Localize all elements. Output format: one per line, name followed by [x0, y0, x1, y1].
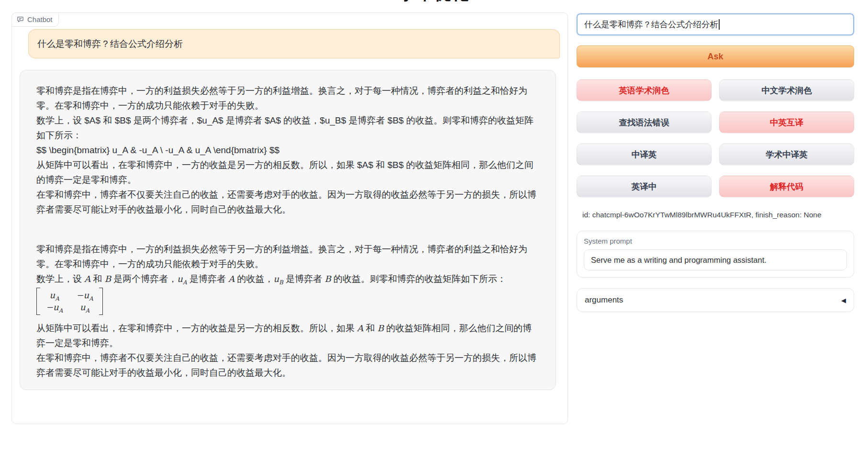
inline-math: uA — [50, 290, 59, 302]
message-block-gap — [36, 217, 539, 242]
user-message-row: 什么是零和博弈？结合公式介绍分析 — [28, 29, 560, 58]
inline-math: −uA — [76, 290, 93, 302]
arguments-accordion[interactable]: arguments ◀ — [577, 288, 854, 312]
question-input[interactable]: 什么是零和博弈？结合公式介绍分析 — [577, 13, 854, 35]
system-prompt-label: System prompt — [584, 237, 847, 245]
response-meta: id: chatcmpl-6wOo7KrYTwMl89lbrMWRu4UkFFX… — [577, 211, 854, 219]
inline-math: −uA — [46, 302, 63, 314]
inline-math: B — [378, 323, 384, 333]
fn-button-chinese-academic-polish[interactable]: 中文学术润色 — [719, 79, 854, 101]
inline-math: A — [228, 274, 234, 284]
inline-math: A — [357, 323, 363, 333]
fn-button-academic-zh-to-en[interactable]: 学术中译英 — [719, 144, 854, 165]
bot-message-row: 零和博弈是指在博弈中，一方的利益损失必然等于另一方的利益增益。换言之，对于每一种… — [20, 70, 556, 390]
text-caret — [719, 19, 720, 30]
system-prompt-input[interactable]: Serve me as a writing and programming as… — [584, 249, 847, 270]
fn-button-english-academic-polish[interactable]: 英语学术润色 — [577, 79, 712, 101]
bot-message-bubble[interactable]: 零和博弈是指在博弈中，一方的利益损失必然等于另一方的利益增益。换言之，对于每一种… — [20, 70, 556, 390]
inline-math: B — [105, 274, 111, 284]
question-input-value: 什么是零和博弈？结合公式介绍分析 — [584, 19, 718, 30]
inline-math: A — [84, 274, 90, 284]
fn-button-zh-to-en[interactable]: 中译英 — [577, 144, 712, 165]
page-title-clipped: 学术优化 — [0, 0, 868, 4]
inline-math: uA — [80, 302, 89, 314]
bot-raw-line: 在零和博弈中，博弈者不仅要关注自己的收益，还需要考虑对手的收益。因为一方取得的收… — [36, 187, 539, 217]
inline-math: B — [324, 274, 331, 284]
bot-paragraph: 数学上，设 A 和 B 是两个博弈者，uA 是博弈者 A 的收益，uB 是博弈者… — [36, 271, 539, 286]
ask-button[interactable]: Ask — [577, 45, 854, 67]
accordion-collapse-icon: ◀ — [841, 297, 846, 304]
user-message-bubble[interactable]: 什么是零和博弈？结合公式介绍分析 — [28, 29, 560, 58]
bot-rendered-block: 零和博弈是指在博弈中，一方的利益损失必然等于另一方的利益增益。换言之，对于每一种… — [36, 242, 539, 380]
inline-math: uA — [177, 274, 187, 284]
bot-paragraph: 从矩阵中可以看出，在零和博弈中，一方的收益是另一方的相反数。所以，如果 A 和 … — [36, 321, 539, 350]
inline-math: uB — [273, 274, 283, 284]
bot-raw-line: $$ \begin{bmatrix} u_A & -u_A \ -u_A & u… — [36, 143, 539, 157]
chatbot-label-text: Chatbot — [27, 15, 53, 23]
arguments-accordion-label: arguments — [585, 295, 623, 305]
fn-button-zh-en-mutual-translate[interactable]: 中英互译 — [719, 112, 854, 133]
math-matrix: uA−uA−uAuA — [36, 288, 539, 319]
bot-raw-block: 零和博弈是指在博弈中，一方的利益损失必然等于另一方的利益增益。换言之，对于每一种… — [36, 83, 539, 217]
chatbot-label: Chatbot — [11, 12, 59, 27]
control-column: 什么是零和博弈？结合公式介绍分析 Ask 英语学术润色 中文学术润色 查找语法错… — [577, 13, 854, 312]
chatbot-panel: Chatbot 什么是零和博弈？结合公式介绍分析 零和博弈是指在博弈中，一方的利… — [11, 12, 568, 424]
bot-raw-line: 从矩阵中可以看出，在零和博弈中，一方的收益是另一方的相反数。所以，如果 $A$ … — [36, 157, 539, 187]
bot-raw-line: 数学上，设 $A$ 和 $B$ 是两个博弈者，$u_A$ 是博弈者 $A$ 的收… — [36, 113, 539, 143]
chat-bubble-icon — [17, 16, 24, 23]
fn-button-explain-code[interactable]: 解释代码 — [719, 176, 854, 197]
system-prompt-card: System prompt Serve me as a writing and … — [577, 231, 854, 278]
bot-paragraph: 在零和博弈中，博弈者不仅要关注自己的收益，还需要考虑对手的收益。因为一方取得的收… — [36, 350, 539, 380]
bot-raw-line: 零和博弈是指在博弈中，一方的利益损失必然等于另一方的利益增益。换言之，对于每一种… — [36, 83, 539, 113]
fn-button-en-to-zh[interactable]: 英译中 — [577, 176, 712, 197]
bot-paragraph: 零和博弈是指在博弈中，一方的利益损失必然等于另一方的利益增益。换言之，对于每一种… — [36, 242, 539, 271]
function-button-grid: 英语学术润色 中文学术润色 查找语法错误 中英互译 中译英 学术中译英 英译中 … — [577, 79, 854, 197]
fn-button-find-grammar-errors[interactable]: 查找语法错误 — [577, 112, 712, 133]
